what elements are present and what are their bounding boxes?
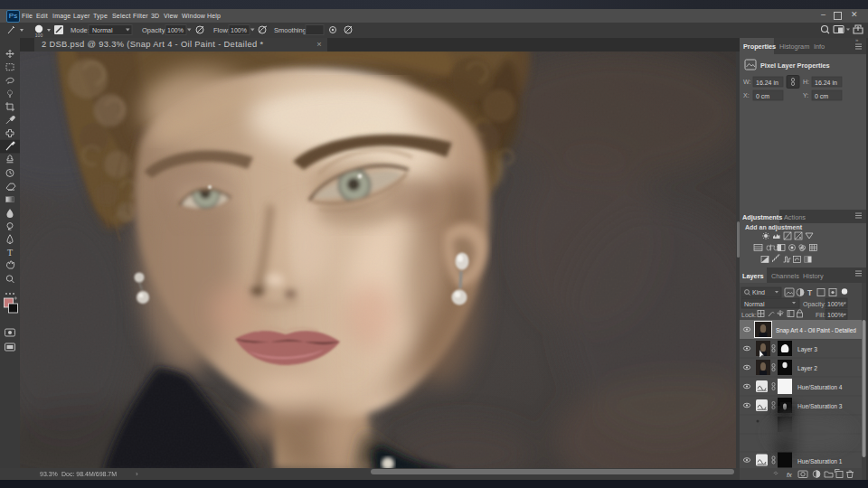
svg-text:Lock:: Lock: <box>741 312 757 318</box>
svg-text:0 cm: 0 cm <box>815 93 828 99</box>
svg-text:100%: 100% <box>167 27 184 33</box>
svg-text:T: T <box>7 248 13 258</box>
svg-text:16.24 in: 16.24 in <box>756 80 778 86</box>
svg-text:Normal: Normal <box>92 27 113 33</box>
svg-text:Kind: Kind <box>752 289 765 296</box>
svg-text:Smoothing: Smoothing <box>274 26 307 34</box>
svg-text:fx: fx <box>787 471 792 479</box>
svg-text:Fill:: Fill: <box>816 312 826 318</box>
svg-text:Add an adjustment: Add an adjustment <box>745 224 803 231</box>
svg-text:H:: H: <box>803 79 809 85</box>
svg-text:Info: Info <box>814 42 825 51</box>
svg-text:Layers: Layers <box>742 272 764 280</box>
svg-text:T: T <box>807 288 813 297</box>
svg-text:Properties: Properties <box>743 42 776 51</box>
svg-text:Layer 3: Layer 3 <box>797 346 817 353</box>
svg-text:16.24 in: 16.24 in <box>815 80 837 86</box>
svg-text:0 cm: 0 cm <box>756 93 769 99</box>
svg-text:Opacity:: Opacity: <box>142 26 167 34</box>
svg-text:Hue/Saturation 3: Hue/Saturation 3 <box>797 403 843 409</box>
svg-text:Y:: Y: <box>803 92 808 99</box>
svg-text:Normal: Normal <box>744 301 765 307</box>
svg-text:Actions: Actions <box>784 213 806 221</box>
svg-text:Hue/Saturation 1: Hue/Saturation 1 <box>797 458 843 465</box>
svg-text:100%: 100% <box>231 27 247 33</box>
svg-text:Mode:: Mode: <box>71 26 90 34</box>
svg-text:100: 100 <box>35 33 43 38</box>
svg-text:Snap Art 4 - Oil Paint - Detai: Snap Art 4 - Oil Paint - Detailed <box>776 327 856 334</box>
svg-text:Pixel Layer Properties: Pixel Layer Properties <box>760 61 830 70</box>
svg-text:X:: X: <box>743 92 750 99</box>
svg-text:Adjustments: Adjustments <box>742 213 782 221</box>
svg-text:Hue/Saturation 4: Hue/Saturation 4 <box>797 384 843 390</box>
svg-text:Flow:: Flow: <box>213 26 230 34</box>
svg-text:History: History <box>803 272 824 280</box>
svg-text:100%: 100% <box>827 312 844 318</box>
svg-text:Layer 2: Layer 2 <box>797 365 817 372</box>
svg-text:W:: W: <box>743 79 750 85</box>
svg-text:Opacity:: Opacity: <box>803 301 826 308</box>
svg-text:100%: 100% <box>827 301 844 307</box>
svg-text:Channels: Channels <box>771 272 799 280</box>
svg-text:Histogram: Histogram <box>779 42 809 51</box>
